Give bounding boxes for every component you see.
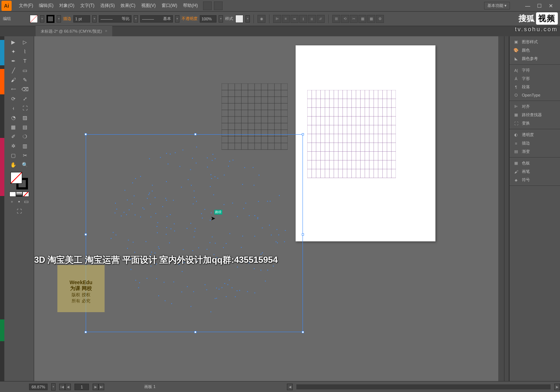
change-screen-icon[interactable]: ⛶ (12, 207, 27, 216)
magic-wand-tool-icon[interactable]: ✦ (8, 47, 19, 56)
gradient-tool-icon[interactable]: ▤ (20, 123, 31, 131)
screen-mode-full-icon[interactable]: ▪ (16, 198, 23, 205)
zoom-tool-icon[interactable]: 🔍 (20, 160, 31, 169)
zoom-level[interactable]: 68.87% (29, 384, 48, 390)
collapsed-panel-strip[interactable] (504, 36, 509, 381)
menu-file[interactable]: 文件(F) (16, 3, 36, 9)
prefs-icon[interactable]: ⚙ (376, 15, 384, 23)
menu-window[interactable]: 窗口(W) (159, 3, 180, 9)
opacity-label[interactable]: 不透明度 (182, 16, 198, 21)
align-hcenter-icon[interactable]: ≡ (282, 15, 290, 23)
opacity-dd-icon[interactable]: ▾ (219, 15, 223, 23)
pencil-tool-icon[interactable]: ✎ (20, 75, 31, 84)
resize-handle-se[interactable] (302, 331, 304, 333)
panel-opentype[interactable]: OOpenType (510, 91, 560, 99)
fill-color-icon[interactable] (11, 172, 22, 184)
horizontal-scrollbar[interactable] (296, 384, 551, 389)
hscroll-left-icon[interactable]: ◀ (287, 384, 293, 390)
document-tab[interactable]: 未标题-2* @ 66.67% (CMYK/预览) × (36, 26, 112, 36)
menu-edit[interactable]: 编辑(E) (36, 3, 56, 9)
fill-stroke-control[interactable] (11, 172, 28, 189)
menu-type[interactable]: 文字(T) (77, 3, 97, 9)
panel-swatches[interactable]: ▦色板 (510, 159, 560, 167)
panel-stroke[interactable]: ≡描边 (510, 139, 560, 147)
align-left-icon[interactable]: ⊫ (273, 15, 281, 23)
arrange-icon[interactable] (214, 1, 223, 10)
screen-mode-present-icon[interactable]: ▭ (23, 198, 30, 205)
resize-handle-sw[interactable] (85, 331, 87, 333)
style-dd-icon[interactable]: ▾ (245, 15, 250, 23)
last-artboard-icon[interactable]: ▶I (98, 384, 104, 390)
panel-color[interactable]: 🎨颜色 (510, 46, 560, 54)
panel-color-guide[interactable]: ◣颜色参考 (510, 54, 560, 63)
hscroll-right-icon[interactable]: ▶ (554, 384, 560, 390)
hand-tool-icon[interactable]: ✋ (8, 160, 19, 169)
pen-tool-icon[interactable]: ✒ (8, 57, 19, 65)
style-swatch[interactable] (235, 15, 243, 23)
align-vcenter-icon[interactable]: ⫼ (308, 15, 316, 23)
mesh-tool-icon[interactable]: ▦ (8, 123, 19, 131)
artboard-number[interactable]: 1 (74, 384, 89, 390)
symbol-sprayer-tool-icon[interactable]: ✲ (8, 142, 19, 150)
selection-bounding-box[interactable] (86, 134, 303, 332)
panel-character[interactable]: A|字符 (510, 66, 560, 74)
guide-icon[interactable]: ⊞ (332, 15, 340, 23)
panel-align[interactable]: ⊫对齐 (510, 102, 560, 111)
resize-handle-nw[interactable] (85, 133, 87, 135)
shape-builder-tool-icon[interactable]: ◔ (8, 113, 19, 122)
resize-handle-ne[interactable] (302, 133, 304, 135)
panel-transparency[interactable]: ◐透明度 (510, 131, 560, 139)
workspace-switcher[interactable]: 基本功能 ▾ (484, 2, 510, 9)
opacity-input[interactable] (200, 15, 216, 23)
panel-graphic-styles[interactable]: ▣图形样式 (510, 38, 560, 46)
transform-icon[interactable]: ⟲ (341, 15, 349, 23)
rotate-tool-icon[interactable]: ⟳ (8, 94, 19, 103)
panel-gradient[interactable]: ▤渐变 (510, 147, 560, 156)
rectangle-tool-icon[interactable]: ▭ (20, 66, 31, 75)
blob-brush-tool-icon[interactable]: ⬳ (8, 85, 19, 94)
fill-dd-icon[interactable]: ▾ (40, 15, 44, 23)
panel-symbols[interactable]: ♣符号 (510, 176, 560, 184)
type-tool-icon[interactable]: T (20, 57, 31, 65)
color-mode-solid-icon[interactable] (9, 192, 16, 197)
screen-mode-normal-icon[interactable]: ▫ (8, 198, 16, 205)
stroke-label[interactable]: 描边 (63, 16, 71, 21)
tab-close-icon[interactable]: × (105, 29, 107, 34)
resize-handle-s[interactable] (194, 331, 196, 333)
menu-select[interactable]: 选择(S) (97, 3, 118, 9)
layout-icon[interactable] (203, 1, 212, 10)
stroke-dd-icon[interactable]: ▾ (57, 15, 61, 23)
first-artboard-icon[interactable]: I◀ (59, 384, 65, 390)
weight-dd-icon[interactable]: ▾ (92, 15, 97, 23)
perspective-tool-icon[interactable]: ▨ (20, 113, 31, 122)
menu-effect[interactable]: 效果(C) (118, 3, 138, 9)
color-mode-none-icon[interactable] (23, 192, 29, 197)
resize-handle-w[interactable] (85, 233, 87, 236)
graph-tool-icon[interactable]: ▥ (20, 142, 31, 150)
scale-tool-icon[interactable]: ⤢ (20, 94, 31, 103)
panel-pathfinder[interactable]: ▦路径查找器 (510, 111, 560, 119)
minimize-button[interactable]: — (524, 3, 531, 9)
selection-tool-icon[interactable]: ▶ (8, 38, 19, 46)
eraser-tool-icon[interactable]: ⌫ (20, 85, 31, 94)
maximize-button[interactable]: ☐ (536, 3, 543, 9)
vertical-scrollbar[interactable] (498, 36, 504, 381)
width-tool-icon[interactable]: ⫞ (8, 104, 19, 113)
align-right-icon[interactable]: ⫤ (291, 15, 299, 23)
resize-handle-n[interactable] (194, 133, 196, 135)
blend-tool-icon[interactable]: ❍ (20, 132, 31, 141)
prev-artboard-icon[interactable]: ◀ (65, 384, 71, 390)
docsetup-icon[interactable]: ▦ (367, 15, 375, 23)
color-mode-gradient-icon[interactable] (16, 192, 23, 197)
profile-dd-icon[interactable]: ▾ (134, 15, 138, 23)
brush-select[interactable]: ———基本 (140, 15, 173, 23)
fill-swatch[interactable] (30, 15, 38, 23)
slice-tool-icon[interactable]: ✂ (20, 151, 31, 160)
eyedropper-tool-icon[interactable]: ✐ (8, 132, 19, 141)
canvas[interactable]: 路径 ➤ 3D 淘宝美工 淘宝运营 平面设计 室内外设计加qq群:4355159… (34, 36, 498, 381)
close-button[interactable]: ✕ (548, 3, 554, 9)
stroke-weight-input[interactable] (73, 15, 90, 23)
next-artboard-icon[interactable]: ▶ (93, 384, 98, 390)
panel-brushes[interactable]: 🖌画笔 (510, 167, 560, 176)
brush-dd-icon[interactable]: ▾ (175, 15, 179, 23)
